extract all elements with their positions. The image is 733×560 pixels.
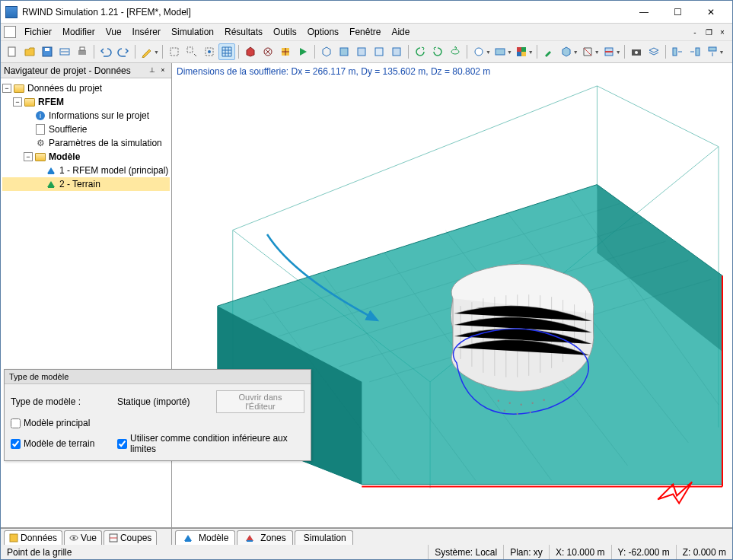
align-top-button[interactable] [704,43,721,60]
tab-zones[interactable]: Zones [237,530,292,545]
tree-rfem[interactable]: − RFEM [2,95,170,109]
save-button[interactable] [39,43,56,60]
minimize-button[interactable]: — [627,2,661,23]
svg-rect-18 [517,47,521,52]
status-bar: Point de la grille Système: Local Plan: … [1,544,732,559]
snapshot-button[interactable] [628,43,645,60]
chk-principal-input[interactable] [11,418,21,428]
tab-vue[interactable]: Vue [64,530,102,545]
window-title: RWIND Simulation 1.21 - [RFEM*, Model] [22,7,627,18]
toolbar: ▼ ▼ ▼ ▼ ▼ ▼ ▼ ▼ [1,40,732,63]
mdi-restore-button[interactable]: ❐ [702,28,715,37]
view-front-button[interactable] [336,43,352,60]
open-editor-button[interactable]: Ouvrir dans l'Éditeur [216,390,304,413]
tree-info[interactable]: i Informations sur le projet [2,109,170,123]
menu-simulation[interactable]: Simulation [166,25,219,39]
nav-close-button[interactable]: × [158,65,168,76]
menu-bar: Fichier Modifier Vue Insérer Simulation … [1,24,732,40]
print-button[interactable] [74,43,91,60]
align-right-button[interactable] [687,43,703,60]
menu-resultats[interactable]: Résultats [219,25,268,39]
svg-point-33 [504,410,505,412]
zoom-select-button[interactable] [201,43,218,60]
align-left-button[interactable] [669,43,686,60]
collapse-icon[interactable]: − [24,152,33,161]
tree-params[interactable]: ⚙ Paramètres de la simulation [2,136,170,150]
pin-button[interactable]: ⊥ [147,65,158,76]
svg-rect-2 [45,48,49,51]
undo-button[interactable] [97,43,114,60]
tree-label: Soufflerie [49,124,87,135]
collapse-icon[interactable]: − [13,97,22,107]
tree-root[interactable]: − Données du projet [2,81,170,95]
menu-aide[interactable]: Aide [386,25,415,39]
mdi-minimize-button[interactable]: - [688,28,702,37]
maximize-button[interactable]: ☐ [661,2,694,23]
view-back-button[interactable] [388,43,405,60]
data-icon [9,533,18,542]
tree-label: Paramètres de la simulation [49,138,162,148]
menu-outils[interactable]: Outils [268,25,302,39]
view-top-button[interactable] [371,43,387,60]
zoom-window-button[interactable] [183,43,200,60]
menu-vue[interactable]: Vue [100,25,127,39]
chk-terrain-input[interactable] [11,439,21,449]
tab-modele[interactable]: Modèle [175,530,235,545]
show-zones-button[interactable] [260,43,276,60]
probe-dd-button[interactable] [558,43,575,60]
tree-label: Informations sur le projet [49,110,149,121]
gear-icon: ⚙ [34,138,46,148]
chk-boundary[interactable]: Utiliser comme condition inférieure aux … [117,433,304,454]
tree-soufflerie[interactable]: Soufflerie [2,123,170,136]
tree-model-1[interactable]: 1 - RFEM model (principal) [2,164,170,177]
color-button[interactable] [513,43,530,60]
layers-button[interactable] [645,43,662,60]
menu-fenetre[interactable]: Fenêtre [344,25,386,39]
tab-donnees[interactable]: Données [4,530,62,545]
svg-rect-6 [171,48,178,56]
menu-options[interactable]: Options [302,25,344,39]
terrain-icon [47,181,55,187]
tab-coupes[interactable]: Coupes [104,530,157,545]
status-message: Point de la grille [1,545,428,559]
menu-inserer[interactable]: Insérer [127,25,166,39]
tree-modele[interactable]: − Modèle [2,150,170,164]
rotate-right-button[interactable] [429,43,446,60]
clip-button[interactable] [601,43,617,60]
app-icon [5,6,18,18]
info-icon: i [36,111,45,120]
new-button[interactable] [4,43,21,60]
model-icon [47,167,55,173]
view-iso-button[interactable] [318,43,335,60]
display-button[interactable] [492,43,508,60]
grid-button[interactable] [218,43,235,60]
chk-terrain[interactable]: Modèle de terrain [11,438,117,449]
menu-fichier[interactable]: Fichier [19,25,57,39]
windtunnel-button[interactable] [56,43,73,60]
show-model-button[interactable] [242,43,259,60]
rotate-up-button[interactable] [447,43,464,60]
menu-modifier[interactable]: Modifier [57,25,100,39]
chk-principal[interactable]: Modèle principal [11,418,117,428]
collapse-icon[interactable]: − [2,84,11,93]
status-y: Y: -62.000 m [611,545,676,559]
chk-boundary-input[interactable] [117,439,127,449]
run-simulation-button[interactable] [295,43,311,60]
view-side-button[interactable] [353,43,370,60]
edit-model-button[interactable] [139,43,155,60]
svg-point-16 [475,48,483,56]
rotate-left-button[interactable] [412,43,429,60]
probe-button[interactable] [540,43,557,60]
tree-model-2[interactable]: 2 - Terrain [2,177,170,191]
mdi-close-button[interactable]: × [715,28,729,37]
show-mesh-button[interactable] [277,43,294,60]
view-mode-button[interactable] [470,43,487,60]
tab-simulation[interactable]: Simulation [295,530,353,545]
open-button[interactable] [21,43,38,60]
svg-point-9 [208,50,211,53]
close-button[interactable]: ✕ [694,2,728,23]
zoom-fit-button[interactable] [166,43,183,60]
redo-button[interactable] [115,43,132,60]
svg-rect-4 [78,50,86,55]
section-button[interactable] [579,43,596,60]
